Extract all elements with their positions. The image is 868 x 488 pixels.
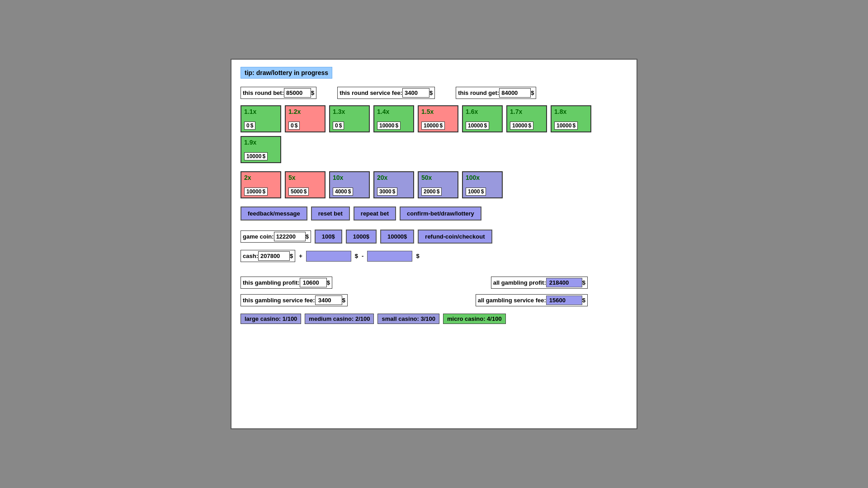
this-profit-value: 10600 bbox=[300, 278, 327, 287]
mult-tile-100x[interactable]: 100x 1000 $ bbox=[462, 171, 503, 198]
mult-tile-1.8x[interactable]: 1.8x 10000 $ bbox=[551, 105, 591, 132]
cash-minus: - bbox=[362, 253, 363, 259]
mult-value-10x: 4000 $ bbox=[333, 188, 353, 196]
mult-tile-1.4x[interactable]: 1.4x 10000 $ bbox=[373, 105, 414, 132]
mult-tile-5x[interactable]: 5x 5000 $ bbox=[285, 171, 326, 198]
casino-row: large casino: 1/100medium casino: 2/100s… bbox=[241, 314, 627, 324]
cash-add-input[interactable] bbox=[306, 251, 351, 262]
action-buttons-row: feedback/message reset bet repeat bet co… bbox=[241, 206, 627, 221]
this-fee-box: this gambling service fee: 3400 $ bbox=[241, 294, 348, 306]
mult-value-1.7x: 10000 $ bbox=[510, 122, 533, 130]
mult-label-1.8x: 1.8x bbox=[554, 108, 588, 115]
all-fee-currency: $ bbox=[582, 297, 585, 304]
round-bet-label: this round bet: bbox=[243, 89, 284, 96]
casino-badge-2: small casino: 3/100 bbox=[377, 314, 439, 324]
tip-bar: tip: draw/lottery in progress bbox=[241, 67, 332, 79]
round-fee-currency: $ bbox=[429, 89, 433, 96]
all-fee-value: 15600 bbox=[546, 296, 582, 305]
all-profit-currency: $ bbox=[582, 279, 585, 286]
fee-row: this gambling service fee: 3400 $ all ga… bbox=[241, 294, 627, 306]
mult-value-20x: 3000 $ bbox=[377, 188, 397, 196]
mult-label-1.4x: 1.4x bbox=[377, 108, 410, 115]
cash-currency: $ bbox=[290, 253, 293, 259]
reset-bet-button[interactable]: reset bet bbox=[311, 206, 350, 221]
all-profit-value: 218400 bbox=[546, 278, 582, 287]
coin-1000-button[interactable]: 1000$ bbox=[346, 230, 377, 244]
mult-label-1.3x: 1.3x bbox=[333, 108, 366, 115]
round-fee-value: 3400 bbox=[402, 88, 429, 98]
multiplier-row-1: 1.1x 0 $ 1.2x 0 $ 1.3x 0 $ 1.4x bbox=[241, 105, 627, 163]
cash-add-dollar: $ bbox=[355, 253, 358, 259]
profit-row: this gambling profit: 10600 $ all gambli… bbox=[241, 277, 627, 289]
confirm-bet-button[interactable]: confirm-bet/draw/lottery bbox=[400, 206, 481, 221]
this-fee-value: 3400 bbox=[315, 296, 342, 305]
cash-box: cash: 207800 $ bbox=[241, 250, 295, 262]
mult-value-100x: 1000 $ bbox=[466, 188, 486, 196]
round-get-box: this round get: 84000 $ bbox=[456, 87, 536, 99]
cash-sub-input[interactable] bbox=[367, 251, 412, 262]
mult-value-1.9x: 10000 $ bbox=[244, 152, 268, 160]
mult-label-2x: 2x bbox=[244, 174, 278, 181]
feedback-button[interactable]: feedback/message bbox=[241, 206, 307, 221]
casino-badge-0: large casino: 1/100 bbox=[241, 314, 301, 324]
round-get-value: 84000 bbox=[499, 88, 531, 98]
round-fee-label: this round service fee: bbox=[340, 89, 402, 96]
mult-label-50x: 50x bbox=[421, 174, 455, 181]
this-fee-label: this gambling service fee: bbox=[243, 297, 315, 304]
mult-tile-10x[interactable]: 10x 4000 $ bbox=[329, 171, 370, 198]
mult-value-50x: 2000 $ bbox=[421, 188, 442, 196]
all-profit-label: all gambling profit: bbox=[493, 279, 546, 286]
this-fee-currency: $ bbox=[342, 297, 345, 304]
mult-tile-1.5x[interactable]: 1.5x 10000 $ bbox=[418, 105, 458, 132]
coin-100-button[interactable]: 100$ bbox=[315, 230, 342, 244]
round-get-currency: $ bbox=[531, 89, 534, 96]
mult-tile-20x[interactable]: 20x 3000 $ bbox=[373, 171, 414, 198]
mult-tile-1.3x[interactable]: 1.3x 0 $ bbox=[329, 105, 370, 132]
mult-tile-1.2x[interactable]: 1.2x 0 $ bbox=[285, 105, 326, 132]
mult-label-1.9x: 1.9x bbox=[244, 139, 278, 146]
mult-label-10x: 10x bbox=[333, 174, 366, 181]
coin-10000-button[interactable]: 10000$ bbox=[380, 230, 414, 244]
this-profit-label: this gambling profit: bbox=[243, 279, 300, 286]
mult-value-1.1x: 0 $ bbox=[244, 122, 255, 130]
refund-button[interactable]: refund-coin/checkout bbox=[418, 230, 492, 244]
game-coin-label: game coin: bbox=[243, 233, 274, 240]
mult-value-1.2x: 0 $ bbox=[288, 122, 300, 130]
cash-sub-dollar: $ bbox=[416, 253, 419, 259]
round-bet-currency: $ bbox=[311, 89, 314, 96]
game-coin-value: 122200 bbox=[274, 232, 306, 241]
casino-badge-3: micro casino: 4/100 bbox=[443, 314, 506, 324]
mult-value-2x: 10000 $ bbox=[244, 188, 268, 196]
round-fee-box: this round service fee: 3400 $ bbox=[337, 87, 435, 99]
mult-tile-50x[interactable]: 50x 2000 $ bbox=[418, 171, 458, 198]
tip-text: tip: draw/lottery in progress bbox=[245, 69, 328, 76]
mult-tile-2x[interactable]: 2x 10000 $ bbox=[241, 171, 281, 198]
this-profit-currency: $ bbox=[327, 279, 330, 286]
mult-label-20x: 20x bbox=[377, 174, 410, 181]
mult-label-1.2x: 1.2x bbox=[288, 108, 322, 115]
mult-tile-1.7x[interactable]: 1.7x 10000 $ bbox=[506, 105, 547, 132]
round-bet-box: this round bet: 85000 $ bbox=[241, 87, 316, 99]
main-container: tip: draw/lottery in progress this round… bbox=[231, 59, 637, 429]
mult-label-1.1x: 1.1x bbox=[244, 108, 278, 115]
mult-value-1.3x: 0 $ bbox=[333, 122, 344, 130]
mult-value-1.6x: 10000 $ bbox=[466, 122, 489, 130]
game-coin-box: game coin: 122200 $ bbox=[241, 230, 311, 243]
mult-tile-1.1x[interactable]: 1.1x 0 $ bbox=[241, 105, 281, 132]
all-fee-label: all gambling service fee: bbox=[478, 297, 546, 304]
repeat-bet-button[interactable]: repeat bet bbox=[354, 206, 396, 221]
multiplier-row-2: 2x 10000 $ 5x 5000 $ 10x 4000 $ 20x bbox=[241, 171, 627, 198]
cash-row: cash: 207800 $ + $ - $ bbox=[241, 250, 627, 262]
cash-value: 207800 bbox=[258, 251, 290, 261]
game-coin-row: game coin: 122200 $ 100$ 1000$ 10000$ re… bbox=[241, 230, 627, 244]
round-info-row: this round bet: 85000 $ this round servi… bbox=[241, 87, 627, 99]
mult-tile-1.6x[interactable]: 1.6x 10000 $ bbox=[462, 105, 503, 132]
this-profit-box: this gambling profit: 10600 $ bbox=[241, 277, 332, 289]
mult-tile-1.9x[interactable]: 1.9x 10000 $ bbox=[241, 136, 281, 163]
all-profit-box: all gambling profit: 218400 $ bbox=[491, 277, 588, 289]
all-fee-box: all gambling service fee: 15600 $ bbox=[476, 294, 588, 306]
casino-badge-1: medium casino: 2/100 bbox=[305, 314, 374, 324]
mult-value-1.5x: 10000 $ bbox=[421, 122, 445, 130]
cash-label: cash: bbox=[243, 253, 258, 259]
game-coin-currency: $ bbox=[306, 233, 309, 240]
